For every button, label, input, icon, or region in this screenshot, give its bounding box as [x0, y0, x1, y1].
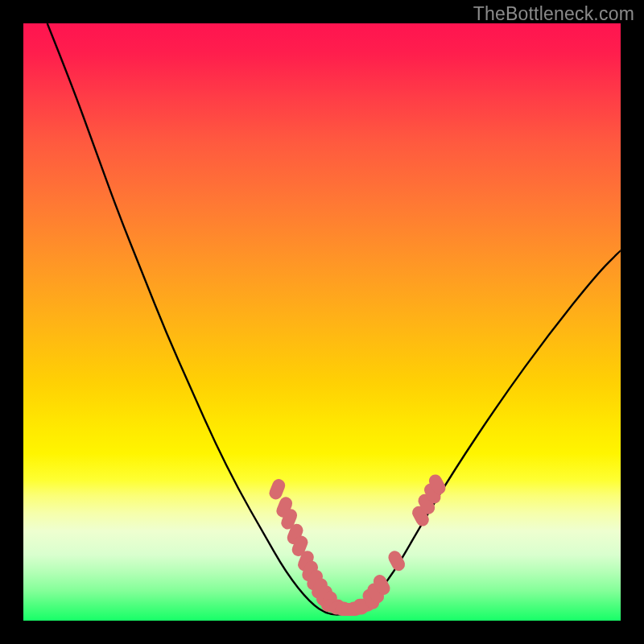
chart-plot-area: [23, 23, 621, 621]
chart-frame: TheBottleneck.com: [0, 0, 644, 644]
chart-marker: [386, 549, 407, 573]
chart-markers: [267, 473, 448, 616]
chart-curve: [47, 23, 621, 615]
chart-svg: [23, 23, 621, 621]
watermark-text: TheBottleneck.com: [473, 3, 634, 25]
